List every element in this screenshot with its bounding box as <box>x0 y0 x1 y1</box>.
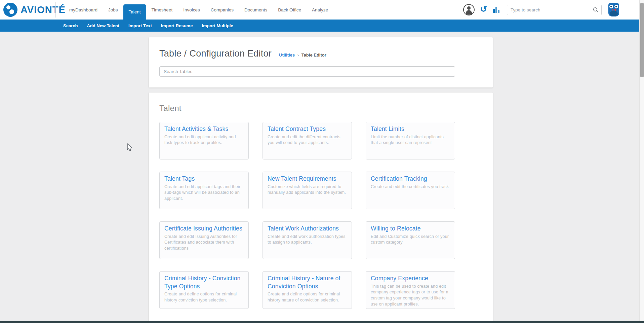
search-tables-input[interactable] <box>159 66 455 77</box>
window-bottom-edge <box>0 321 644 323</box>
table-card-title: Talent Tags <box>164 175 244 183</box>
table-card-description: Create and define options for criminal h… <box>268 291 347 303</box>
table-card[interactable]: New Talent Requirements Customize which … <box>263 172 352 209</box>
mouse-cursor <box>126 143 133 153</box>
search-icon[interactable] <box>593 7 599 14</box>
page-title: Table / Configuration Editor <box>159 48 272 59</box>
topbar-actions: ↺ <box>463 0 619 20</box>
breadcrumb-separator: › <box>297 52 299 58</box>
sub-menu-item[interactable]: Import Resume <box>161 23 193 28</box>
table-card-title: Talent Activities & Tasks <box>164 125 244 133</box>
table-card-description: Customize which fields are required to m… <box>268 184 347 196</box>
table-card-title: Talent Contract Types <box>268 125 347 133</box>
page-header-panel: Table / Configuration Editor Utilities ›… <box>149 37 493 87</box>
brand-wordmark: AVIONTÉ <box>21 4 66 15</box>
main-menu-item[interactable]: myDashboard <box>64 0 103 20</box>
table-card-title: New Talent Requirements <box>268 175 347 183</box>
main-menu-item[interactable]: Timesheet <box>146 0 178 20</box>
main-menu-item-label: Timesheet <box>152 7 173 12</box>
table-card[interactable]: Willing to Relocate Edit and Customize q… <box>366 221 455 259</box>
table-card-description: Limit the number of distinct applicants … <box>371 134 450 146</box>
table-card-description: Create and edit applicant tags and their… <box>164 184 244 202</box>
talent-sub-menu: Search Add New Talent Import Text Import… <box>0 20 639 32</box>
avionte-logo-icon <box>3 3 17 17</box>
table-card-description: Create and edit the certificates you tra… <box>371 184 450 190</box>
scrollbar-thumb[interactable] <box>640 3 644 77</box>
main-menu-item-label: myDashboard <box>69 7 97 12</box>
table-card-title: Willing to Relocate <box>371 225 450 233</box>
table-card-title: Certification Tracking <box>371 175 450 183</box>
table-card[interactable]: Criminal History - Conviction Type Optio… <box>159 271 249 309</box>
table-card[interactable]: Company Experience This tag can be used … <box>366 271 455 309</box>
table-card[interactable]: Certification Tracking Create and edit t… <box>366 172 455 209</box>
sub-menu-item[interactable]: Add New Talent <box>87 23 119 28</box>
main-menu-item[interactable]: Documents <box>239 0 273 20</box>
table-card-title: Criminal History - Conviction Type Optio… <box>164 275 244 290</box>
main-menu: myDashboard Jobs Talent Timesheet Invoic… <box>64 0 333 20</box>
sub-menu-item[interactable]: Import Multiple <box>202 23 233 28</box>
main-menu-item-label: Companies <box>211 7 234 12</box>
user-avatar-icon[interactable] <box>463 4 475 15</box>
main-menu-item-label: Talent <box>129 9 141 14</box>
section-title: Talent <box>159 104 493 113</box>
breadcrumb-current: Table Editor <box>301 52 326 58</box>
sub-menu-item[interactable]: Search <box>63 23 78 28</box>
table-card-description: This tag can be used to create and edit … <box>371 284 450 308</box>
divider <box>55 2 56 17</box>
table-card-description: Create and edit applicant activity and t… <box>164 134 244 146</box>
breadcrumb-utilities-link[interactable]: Utilities <box>279 52 295 58</box>
main-menu-item[interactable]: Back Office <box>273 0 307 20</box>
table-card-title: Company Experience <box>371 275 450 283</box>
table-card-description: Create and edit Issuing Authorities for … <box>164 234 244 252</box>
table-card-title: Criminal History - Nature of Conviction … <box>268 275 347 290</box>
main-menu-item-label: Analyze <box>312 7 328 12</box>
table-card-title: Certificate Issuing Authorities <box>164 225 244 233</box>
main-menu-item-label: Jobs <box>108 7 118 12</box>
table-card-description: Edit and Customize quick search or your … <box>371 234 450 246</box>
table-card-description: Create and edit the different contracts … <box>268 134 347 146</box>
global-search-input[interactable] <box>507 5 602 15</box>
table-card-title: Talent Work Authorizations <box>268 225 347 233</box>
table-card[interactable]: Certificate Issuing Authorities Create a… <box>159 221 249 259</box>
table-card[interactable]: Talent Limits Limit the number of distin… <box>366 122 455 159</box>
main-menu-item-label: Documents <box>244 7 267 12</box>
sub-menu-item[interactable]: Import Text <box>128 23 152 28</box>
table-card[interactable]: Talent Activities & Tasks Create and edi… <box>159 122 249 159</box>
table-card-description: Create and edit work authorization types… <box>268 234 347 246</box>
talent-tables-panel: Talent Talent Activities & Tasks Create … <box>149 93 493 323</box>
bar-chart-icon[interactable] <box>493 6 499 13</box>
breadcrumb: Utilities › Table Editor <box>279 52 326 58</box>
table-card[interactable]: Talent Tags Create and edit applicant ta… <box>159 172 249 209</box>
main-menu-item[interactable]: Jobs <box>103 0 123 20</box>
main-menu-item[interactable]: Analyze <box>307 0 333 20</box>
main-menu-item-label: Invoices <box>183 7 200 12</box>
refresh-icon[interactable]: ↺ <box>480 5 487 13</box>
table-card-title: Talent Limits <box>371 125 450 133</box>
table-card-description: Create and define options for criminal h… <box>164 291 244 303</box>
main-menu-item-label: Back Office <box>278 7 301 12</box>
main-menu-item[interactable]: Invoices <box>178 0 205 20</box>
vertical-scrollbar[interactable] <box>639 0 644 323</box>
avionte-logo[interactable]: AVIONTÉ <box>3 3 66 17</box>
table-card[interactable]: Criminal History - Nature of Conviction … <box>263 271 352 309</box>
bold-owl-icon[interactable] <box>608 3 619 16</box>
table-card[interactable]: Talent Contract Types Create and edit th… <box>263 122 352 159</box>
table-card-grid: Talent Activities & Tasks Create and edi… <box>159 122 493 309</box>
main-menu-item[interactable]: Companies <box>205 0 239 20</box>
main-menu-item[interactable]: Talent <box>123 4 146 20</box>
table-card[interactable]: Talent Work Authorizations Create and ed… <box>263 221 352 259</box>
top-navigation-bar: AVIONTÉ myDashboard Jobs Talent Timeshee… <box>0 0 639 20</box>
global-search <box>507 5 602 15</box>
